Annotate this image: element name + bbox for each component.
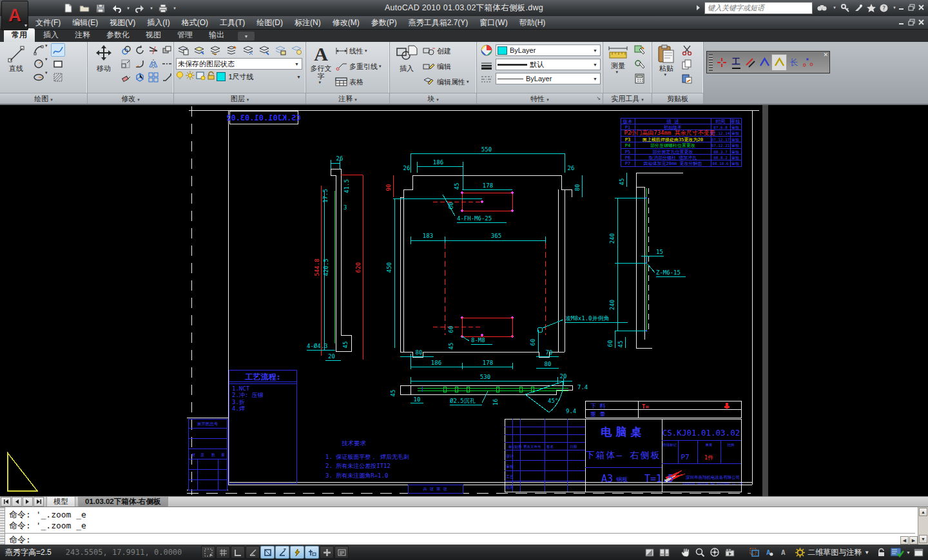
lineweight-icon[interactable] [481, 61, 492, 72]
communication-center-icon[interactable] [854, 4, 863, 12]
measure-button[interactable]: 测量 ▾ [605, 43, 631, 93]
viewport-freeze-icon[interactable] [196, 71, 206, 82]
linetype-icon[interactable] [481, 74, 492, 86]
yanxiu-status-button[interactable] [889, 546, 905, 559]
layer-color-swatch[interactable] [217, 72, 226, 81]
hatch-icon[interactable] [51, 70, 65, 84]
tab-prev-icon[interactable] [12, 497, 22, 507]
overlap-icon[interactable] [160, 43, 174, 57]
coordinates-display[interactable]: 243.5505, 17.9911, 0.0000 [66, 548, 182, 557]
tab-annotate[interactable]: 注释 [67, 28, 98, 42]
explode-icon[interactable] [133, 70, 147, 84]
command-scrollbar[interactable]: ▲ ▼ [918, 507, 928, 545]
table-button[interactable]: 表格 [335, 74, 383, 90]
tab-last-icon[interactable] [34, 497, 44, 507]
lwt-toggle[interactable] [320, 546, 334, 559]
layout-button[interactable] [657, 546, 672, 559]
panel-block-footer[interactable]: 块 ▾ [390, 93, 476, 104]
layer-lock-icon[interactable] [274, 43, 287, 57]
doc-minimize-icon[interactable] [898, 18, 906, 26]
favorites-star-icon[interactable] [867, 4, 876, 12]
grid-toggle[interactable] [216, 546, 230, 559]
command-drag-handle[interactable] [0, 507, 5, 545]
tab-insert[interactable]: 插入 [35, 28, 66, 42]
yanxiu-floating-toolbar[interactable]: 工 长 ✕ [706, 51, 830, 73]
qp-toggle[interactable] [334, 546, 349, 559]
toolbar-grip[interactable] [709, 54, 713, 71]
annotation-visibility-button[interactable]: A [762, 546, 776, 559]
tab-parametric[interactable]: 参数化 [99, 28, 137, 42]
menu-modify[interactable]: 修改(M) [327, 16, 365, 30]
panel-properties-footer[interactable]: 特性 ▾↘ [477, 93, 603, 104]
ellipse-dropdown-icon[interactable]: ▾ [45, 70, 50, 83]
mirror-icon[interactable] [146, 57, 160, 70]
trim-icon[interactable] [146, 43, 160, 57]
rectangle-icon[interactable] [51, 57, 65, 70]
tab-first-icon[interactable] [1, 497, 11, 507]
array-icon[interactable] [146, 70, 160, 84]
help-dropdown-icon[interactable]: ▾ [892, 5, 897, 10]
color-wheel-icon[interactable] [481, 44, 492, 59]
ribbon-minimize-icon[interactable]: ▼ [238, 32, 255, 41]
key-icon[interactable] [841, 4, 850, 12]
rotate-icon[interactable] [133, 43, 147, 57]
showmotion-button[interactable] [722, 546, 737, 559]
ellipse-icon[interactable] [32, 70, 46, 84]
otrack-toggle[interactable] [275, 546, 289, 559]
model-space-button[interactable] [643, 546, 657, 559]
app-restore-icon[interactable] [907, 3, 916, 12]
mleader-button[interactable]: 多重引线▾ [335, 59, 383, 74]
properties-launcher-icon[interactable]: ↘ [596, 93, 601, 104]
yx-centerline-icon[interactable] [715, 55, 729, 70]
yx-angle-yellow-icon[interactable] [771, 54, 787, 71]
mtext-button[interactable]: A 多行文字 ▾ [308, 43, 334, 93]
osnap-toggle[interactable] [260, 546, 275, 559]
scroll-left-icon[interactable]: ◀ [900, 536, 909, 545]
menu-view[interactable]: 视图(V) [104, 16, 141, 30]
arc-icon[interactable] [32, 43, 46, 57]
block-edit-button[interactable]: 编辑 [423, 59, 471, 74]
infocenter-collapse-icon[interactable] [695, 5, 701, 11]
scroll-right-icon[interactable]: ▶ [909, 536, 918, 545]
panel-clipboard-footer[interactable]: 剪贴板 [652, 93, 703, 104]
yx-polyline-icon[interactable] [801, 55, 815, 70]
calculator-icon[interactable] [632, 72, 646, 85]
status-dropdown-icon[interactable]: ▼ [906, 550, 911, 555]
annotation-auto-button[interactable]: A [777, 546, 791, 559]
layer-match-icon[interactable] [192, 43, 206, 57]
layer-prev-icon[interactable] [209, 43, 222, 57]
zoom-button[interactable] [693, 546, 707, 559]
search-input[interactable] [704, 2, 813, 14]
app-minimize-icon[interactable] [898, 3, 906, 12]
layer-state-combo[interactable]: 未保存的图层状态▼ [176, 58, 302, 70]
copy-icon[interactable] [119, 43, 133, 57]
menu-help[interactable]: 帮助(H) [514, 16, 552, 30]
doc-close-icon[interactable] [917, 18, 925, 26]
menu-window[interactable]: 窗口(W) [474, 16, 513, 30]
erase-icon[interactable] [119, 70, 133, 84]
color-combo[interactable]: ByLayer▼ [496, 44, 601, 56]
move-button[interactable]: 移动 [90, 43, 118, 93]
menu-insert[interactable]: 插入(I) [141, 16, 175, 30]
layer-bulb-icon[interactable] [290, 43, 304, 57]
panel-modify-footer[interactable]: 修改 ▾ [88, 93, 173, 104]
circle-dropdown-icon[interactable]: ▾ [45, 57, 50, 70]
ortho-toggle[interactable] [231, 546, 245, 559]
application-menu-button[interactable]: A▾ [1, 1, 28, 30]
menu-edit[interactable]: 编辑(E) [66, 16, 104, 30]
quick-select-icon[interactable] [632, 43, 646, 57]
panel-annotate-footer[interactable]: 注释 ▾ [306, 93, 389, 104]
block-edit-attr-button[interactable]: 编辑属性▾ [423, 74, 471, 90]
scroll-down-icon[interactable]: ▼ [919, 535, 927, 543]
drawing-canvas[interactable]: CS.KJ01.01.03.02 版本 描 述 时间 审核 P1初始版本07.6… [0, 105, 928, 496]
scale-icon[interactable] [119, 57, 133, 70]
line-button[interactable]: 直线 [2, 43, 30, 93]
clean-screen-button[interactable] [911, 546, 925, 559]
arc-dropdown-icon[interactable]: ▾ [45, 43, 50, 56]
yx-length-icon[interactable]: 长 [787, 55, 801, 70]
snap-toggle[interactable] [201, 546, 215, 559]
menu-tools[interactable]: 工具(T) [214, 16, 251, 30]
tab-model[interactable]: 模型 [46, 497, 75, 507]
tab-output[interactable]: 输出 [201, 28, 232, 42]
workspace-switcher[interactable]: 二维草图与注释 ▼ [791, 546, 873, 559]
